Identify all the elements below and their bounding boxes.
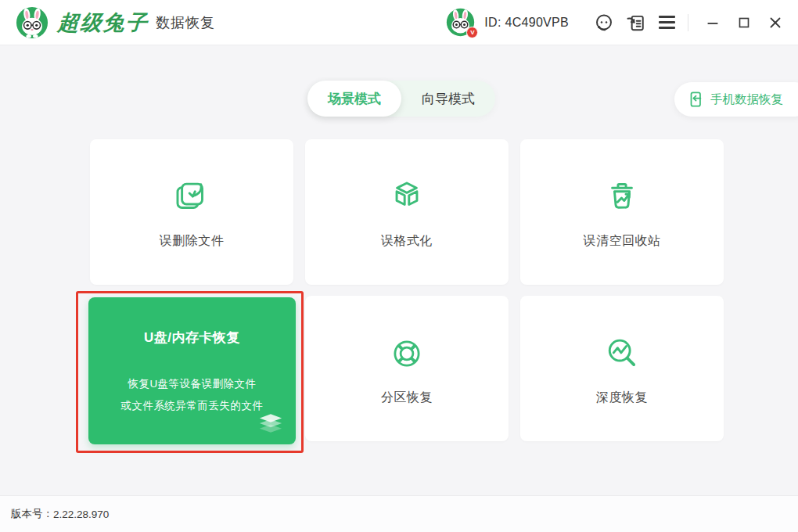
- close-button[interactable]: [762, 9, 789, 36]
- version-value: 2.22.28.970: [53, 509, 109, 520]
- menu-icon[interactable]: [653, 9, 680, 36]
- layers-icon: [258, 414, 283, 435]
- card-recycle-bin[interactable]: 误清空回收站: [520, 139, 724, 285]
- format-cube-icon: [386, 175, 428, 219]
- app-logo-rabbit-icon: [16, 6, 49, 39]
- card-usb-memory-recovery[interactable]: U盘/内存卡恢复 恢复U盘等设备误删除文件 或文件系统异常而丢失的文件: [88, 297, 296, 444]
- card-label: 误删除文件: [160, 233, 225, 250]
- card-deep-recovery[interactable]: 深度恢复: [520, 296, 724, 441]
- card-partition-recovery[interactable]: 分区恢复: [305, 296, 509, 441]
- deep-scan-icon: [601, 332, 643, 376]
- titlebar-divider: [688, 14, 688, 31]
- user-avatar[interactable]: V: [446, 8, 475, 37]
- card-deleted-files[interactable]: 误删除文件: [90, 139, 293, 285]
- card-label: 误清空回收站: [584, 233, 661, 250]
- mode-tabs: 场景模式 向导模式: [307, 81, 495, 117]
- titlebar: 超级兔子 数据恢复 V ID: 4C490VPB: [0, 0, 798, 45]
- green-card-description: 恢复U盘等设备误删除文件 或文件系统异常而丢失的文件: [121, 373, 264, 417]
- minimize-button[interactable]: [699, 9, 726, 36]
- card-formatted[interactable]: 误格式化: [305, 139, 509, 285]
- brand-suffix: 数据恢复: [156, 13, 215, 32]
- recycle-bin-icon: [601, 175, 643, 219]
- brand-name: 超级兔子: [57, 9, 150, 37]
- green-card-desc-line2: 或文件系统异常而丢失的文件: [121, 395, 264, 417]
- support-icon[interactable]: [591, 9, 617, 36]
- phone-button-label: 手机数据恢复: [710, 92, 783, 108]
- green-card-title: U盘/内存卡恢复: [144, 329, 240, 347]
- card-label: 深度恢复: [596, 390, 648, 406]
- maximize-button[interactable]: [731, 9, 757, 36]
- restore-file-icon: [171, 175, 213, 219]
- recovery-card-grid: 误删除文件 误格式化: [90, 139, 724, 441]
- phone-arrow-icon: [687, 91, 704, 108]
- user-id: ID: 4C490VPB: [484, 16, 569, 30]
- tab-wizard-mode[interactable]: 向导模式: [401, 81, 495, 117]
- tab-scene-mode[interactable]: 场景模式: [307, 81, 401, 117]
- card-label: 误格式化: [381, 233, 433, 250]
- vip-badge: V: [466, 27, 478, 38]
- footer: 版本号： 2.22.28.970: [0, 495, 798, 532]
- partition-icon: [386, 332, 428, 376]
- main-area: 场景模式 向导模式 手机数据恢复 误删除文件: [0, 45, 798, 495]
- green-card-desc-line1: 恢复U盘等设备误删除文件: [121, 373, 264, 395]
- feedback-icon[interactable]: [622, 9, 649, 36]
- version-label: 版本号：: [11, 507, 53, 521]
- card-label: 分区恢复: [381, 390, 433, 406]
- phone-data-recovery-button[interactable]: 手机数据恢复: [674, 82, 798, 117]
